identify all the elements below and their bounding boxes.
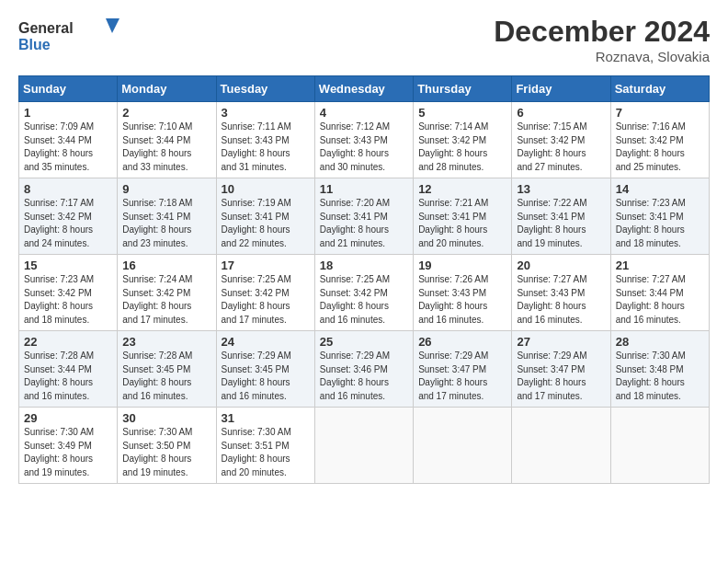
list-item: 31 Sunrise: 7:30 AMSunset: 3:51 PMDaylig… [216, 408, 314, 484]
col-friday: Friday [512, 76, 610, 102]
list-item: 15 Sunrise: 7:23 AMSunset: 3:42 PMDaylig… [19, 255, 118, 331]
col-saturday: Saturday [610, 76, 709, 102]
list-item: 1 Sunrise: 7:09 AMSunset: 3:44 PMDayligh… [19, 102, 118, 178]
list-item: 3 Sunrise: 7:11 AMSunset: 3:43 PMDayligh… [216, 102, 314, 178]
list-item: 26 Sunrise: 7:29 AMSunset: 3:47 PMDaylig… [414, 331, 512, 408]
table-row: 8 Sunrise: 7:17 AMSunset: 3:42 PMDayligh… [19, 178, 710, 255]
list-item: 21 Sunrise: 7:27 AMSunset: 3:44 PMDaylig… [610, 255, 709, 331]
empty-cell [512, 408, 610, 484]
empty-cell [610, 408, 709, 484]
month-title: December 2024 [494, 15, 710, 49]
logo: General Blue [18, 15, 129, 55]
table-row: 1 Sunrise: 7:09 AMSunset: 3:44 PMDayligh… [19, 102, 710, 178]
list-item: 27 Sunrise: 7:29 AMSunset: 3:47 PMDaylig… [512, 331, 610, 408]
list-item: 10 Sunrise: 7:19 AMSunset: 3:41 PMDaylig… [216, 178, 314, 255]
list-item: 30 Sunrise: 7:30 AMSunset: 3:50 PMDaylig… [118, 408, 216, 484]
list-item: 5 Sunrise: 7:14 AMSunset: 3:42 PMDayligh… [414, 102, 512, 178]
list-item: 9 Sunrise: 7:18 AMSunset: 3:41 PMDayligh… [118, 178, 216, 255]
list-item: 12 Sunrise: 7:21 AMSunset: 3:41 PMDaylig… [414, 178, 512, 255]
svg-text:Blue: Blue [18, 37, 51, 52]
calendar-page: General Blue December 2024 Roznava, Slov… [0, 0, 728, 495]
list-item: 8 Sunrise: 7:17 AMSunset: 3:42 PMDayligh… [19, 178, 118, 255]
header-row: Sunday Monday Tuesday Wednesday Thursday… [19, 76, 710, 102]
col-thursday: Thursday [414, 76, 512, 102]
list-item: 7 Sunrise: 7:16 AMSunset: 3:42 PMDayligh… [610, 102, 709, 178]
list-item: 2 Sunrise: 7:10 AMSunset: 3:44 PMDayligh… [118, 102, 216, 178]
table-row: 22 Sunrise: 7:28 AMSunset: 3:44 PMDaylig… [19, 331, 710, 408]
list-item: 16 Sunrise: 7:24 AMSunset: 3:42 PMDaylig… [118, 255, 216, 331]
table-row: 29 Sunrise: 7:30 AMSunset: 3:49 PMDaylig… [19, 408, 710, 484]
title-block: December 2024 Roznava, Slovakia [494, 15, 710, 64]
list-item: 19 Sunrise: 7:26 AMSunset: 3:43 PMDaylig… [414, 255, 512, 331]
list-item: 28 Sunrise: 7:30 AMSunset: 3:48 PMDaylig… [610, 331, 709, 408]
svg-marker-2 [106, 18, 119, 33]
col-sunday: Sunday [19, 76, 118, 102]
calendar-table: Sunday Monday Tuesday Wednesday Thursday… [18, 75, 710, 484]
svg-text:General: General [18, 20, 74, 36]
list-item: 4 Sunrise: 7:12 AMSunset: 3:43 PMDayligh… [314, 102, 413, 178]
list-item: 13 Sunrise: 7:22 AMSunset: 3:41 PMDaylig… [512, 178, 610, 255]
list-item: 18 Sunrise: 7:25 AMSunset: 3:42 PMDaylig… [314, 255, 413, 331]
list-item: 14 Sunrise: 7:23 AMSunset: 3:41 PMDaylig… [610, 178, 709, 255]
list-item: 23 Sunrise: 7:28 AMSunset: 3:45 PMDaylig… [118, 331, 216, 408]
list-item: 6 Sunrise: 7:15 AMSunset: 3:42 PMDayligh… [512, 102, 610, 178]
empty-cell [414, 408, 512, 484]
header: General Blue December 2024 Roznava, Slov… [18, 15, 710, 64]
col-wednesday: Wednesday [314, 76, 413, 102]
logo-icon: General Blue [18, 15, 129, 55]
list-item: 17 Sunrise: 7:25 AMSunset: 3:42 PMDaylig… [216, 255, 314, 331]
table-row: 15 Sunrise: 7:23 AMSunset: 3:42 PMDaylig… [19, 255, 710, 331]
list-item: 20 Sunrise: 7:27 AMSunset: 3:43 PMDaylig… [512, 255, 610, 331]
list-item: 24 Sunrise: 7:29 AMSunset: 3:45 PMDaylig… [216, 331, 314, 408]
list-item: 29 Sunrise: 7:30 AMSunset: 3:49 PMDaylig… [19, 408, 118, 484]
col-monday: Monday [118, 76, 216, 102]
list-item: 25 Sunrise: 7:29 AMSunset: 3:46 PMDaylig… [314, 331, 413, 408]
empty-cell [314, 408, 413, 484]
list-item: 22 Sunrise: 7:28 AMSunset: 3:44 PMDaylig… [19, 331, 118, 408]
list-item: 11 Sunrise: 7:20 AMSunset: 3:41 PMDaylig… [314, 178, 413, 255]
location: Roznava, Slovakia [494, 49, 710, 64]
col-tuesday: Tuesday [216, 76, 314, 102]
